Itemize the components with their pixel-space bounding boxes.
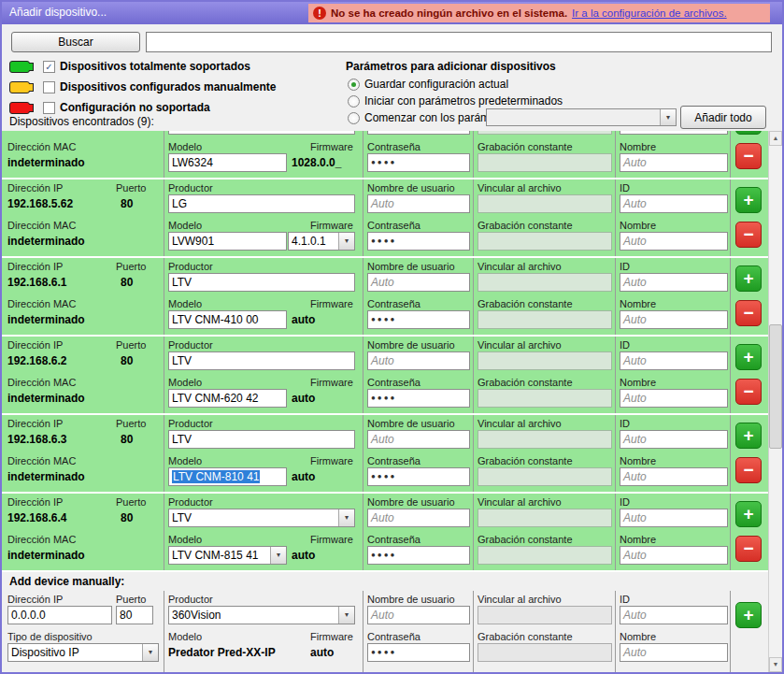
username-input[interactable]: Auto bbox=[367, 351, 470, 370]
manual-name-input[interactable]: Auto bbox=[620, 643, 728, 662]
manual-port-input[interactable]: 80 bbox=[116, 606, 153, 624]
link-archive-label: Vincular al archivo bbox=[478, 339, 562, 351]
password-label: Contraseña bbox=[367, 455, 421, 466]
password-input[interactable]: ●●●● bbox=[367, 389, 470, 408]
producer-input[interactable]: LTV bbox=[168, 430, 355, 449]
add-device-button[interactable]: + bbox=[735, 187, 762, 213]
radio-save-current[interactable] bbox=[348, 79, 360, 91]
unsupported-checkbox[interactable] bbox=[43, 102, 55, 114]
id-input[interactable]: Auto bbox=[620, 430, 728, 449]
username-label: Nombre de usuario bbox=[367, 594, 455, 605]
ip-label: Dirección IP bbox=[7, 261, 63, 272]
producer-input[interactable]: LTV ▾ bbox=[168, 509, 355, 527]
producer-input[interactable]: LTV bbox=[168, 351, 355, 370]
name-input[interactable]: Auto bbox=[620, 153, 728, 172]
firmware-value: auto bbox=[292, 467, 315, 486]
add-device-button[interactable]: + bbox=[735, 131, 762, 135]
password-input[interactable]: ●●●● bbox=[367, 546, 470, 565]
chevron-down-icon[interactable]: ▾ bbox=[142, 644, 158, 661]
name-input[interactable]: Auto bbox=[620, 546, 728, 565]
username-input[interactable]: Auto bbox=[367, 273, 470, 292]
search-button[interactable]: Buscar bbox=[11, 32, 140, 52]
password-input[interactable]: ●●●● bbox=[367, 153, 470, 172]
add-device-button[interactable]: + bbox=[735, 423, 762, 449]
remove-device-button[interactable]: − bbox=[735, 143, 762, 169]
model-input[interactable]: LTV CNM-815 41 ▾ bbox=[168, 546, 287, 565]
chevron-down-icon[interactable]: ▾ bbox=[338, 509, 354, 526]
producer-input[interactable]: LTV bbox=[168, 273, 355, 292]
manual-producer-select[interactable]: 360Vision ▾ bbox=[168, 606, 355, 624]
error-message: No se ha creado ningún archivo en el sis… bbox=[331, 7, 567, 19]
constant-recording-label: Grabación constante bbox=[478, 298, 573, 309]
id-input[interactable]: Auto bbox=[620, 194, 728, 213]
manual-id-input[interactable]: Auto bbox=[620, 606, 728, 624]
mac-label: Dirección MAC bbox=[7, 534, 76, 545]
model-input[interactable]: LTV CNM-620 42 bbox=[168, 389, 287, 408]
manual-username-input[interactable]: Auto bbox=[367, 606, 470, 624]
params-select[interactable]: ▾ bbox=[486, 108, 677, 126]
add-device-button[interactable]: + bbox=[735, 501, 762, 527]
password-input[interactable]: ●●●● bbox=[367, 232, 470, 251]
producer-input[interactable]: LG bbox=[168, 194, 355, 213]
id-input[interactable]: Auto bbox=[620, 509, 728, 527]
username-input[interactable]: Auto bbox=[367, 430, 470, 449]
chevron-down-icon[interactable]: ▾ bbox=[270, 547, 286, 564]
id-input[interactable]: Auto bbox=[620, 131, 728, 135]
password-input[interactable]: ●●●● bbox=[367, 310, 470, 329]
constant-recording-input bbox=[478, 232, 612, 251]
producer-label: Productor bbox=[168, 339, 213, 351]
username-input[interactable]: Auto bbox=[367, 509, 470, 527]
name-input[interactable]: Auto bbox=[620, 232, 728, 251]
firmware-label: Firmware bbox=[310, 298, 353, 309]
manual-firmware-value: auto bbox=[310, 643, 334, 662]
search-input[interactable] bbox=[146, 32, 772, 52]
remove-device-button[interactable]: − bbox=[735, 536, 762, 562]
radio-start-with-params[interactable] bbox=[348, 112, 360, 124]
device-type-select[interactable]: Dispositivo IP ▾ bbox=[7, 643, 159, 662]
remove-device-button[interactable]: − bbox=[735, 457, 762, 483]
add-device-button[interactable]: + bbox=[735, 265, 762, 292]
producer-input[interactable] bbox=[168, 131, 355, 135]
manual-checkbox[interactable] bbox=[43, 81, 55, 93]
ip-label: Dirección IP bbox=[7, 594, 63, 605]
password-input[interactable]: ●●●● bbox=[367, 467, 470, 486]
archive-settings-link[interactable]: Ir a la configuración de archivos. bbox=[572, 7, 727, 19]
chevron-down-icon[interactable]: ▾ bbox=[338, 607, 354, 624]
add-all-button[interactable]: Añadir todo bbox=[680, 106, 766, 129]
scrollbar-thumb[interactable] bbox=[769, 324, 782, 449]
producer-label: Productor bbox=[168, 182, 213, 194]
radio-default-params[interactable] bbox=[348, 95, 360, 108]
name-input[interactable]: Auto bbox=[620, 389, 728, 408]
id-input[interactable]: Auto bbox=[620, 351, 728, 370]
manual-ip-input[interactable]: 0.0.0.0 bbox=[7, 606, 112, 624]
name-input[interactable]: Auto bbox=[620, 310, 728, 329]
constant-recording-label: Grabación constante bbox=[478, 631, 573, 642]
id-input[interactable]: Auto bbox=[620, 273, 728, 292]
chevron-down-icon[interactable]: ▾ bbox=[338, 233, 354, 250]
vertical-scrollbar[interactable]: ▲ ▼ bbox=[768, 131, 782, 672]
firmware-select[interactable]: 4.1.0.1 ▾ bbox=[288, 232, 355, 251]
remove-device-button[interactable]: − bbox=[735, 222, 762, 248]
chevron-down-icon[interactable]: ▾ bbox=[660, 109, 676, 125]
model-input[interactable]: LVW901 bbox=[168, 232, 287, 251]
constant-recording-input bbox=[478, 467, 612, 486]
username-input[interactable]: Auto bbox=[367, 131, 470, 135]
model-label: Modelo bbox=[168, 455, 202, 466]
remove-device-button[interactable]: − bbox=[735, 379, 762, 405]
model-input[interactable]: LTV CNM-410 00 bbox=[168, 310, 287, 329]
supported-checkbox[interactable]: ✓ bbox=[43, 61, 55, 73]
manual-password-input[interactable]: ●●●● bbox=[367, 643, 470, 662]
link-archive-label: Vincular al archivo bbox=[478, 182, 562, 194]
scroll-up-icon[interactable]: ▲ bbox=[769, 131, 782, 146]
remove-device-button[interactable]: − bbox=[735, 300, 762, 326]
model-label: Modelo bbox=[168, 377, 202, 388]
name-input[interactable]: Auto bbox=[620, 467, 728, 486]
username-input[interactable]: Auto bbox=[367, 194, 470, 213]
id-label: ID bbox=[620, 418, 630, 429]
model-input[interactable]: LW6324 bbox=[168, 153, 287, 172]
add-device-button[interactable]: + bbox=[735, 344, 762, 370]
scroll-down-icon[interactable]: ▼ bbox=[769, 657, 782, 672]
add-manual-device-button[interactable]: + bbox=[735, 602, 762, 628]
model-input[interactable]: LTV CNM-810 41 bbox=[168, 467, 287, 486]
error-banner: ! No se ha creado ningún archivo en el s… bbox=[308, 4, 770, 22]
